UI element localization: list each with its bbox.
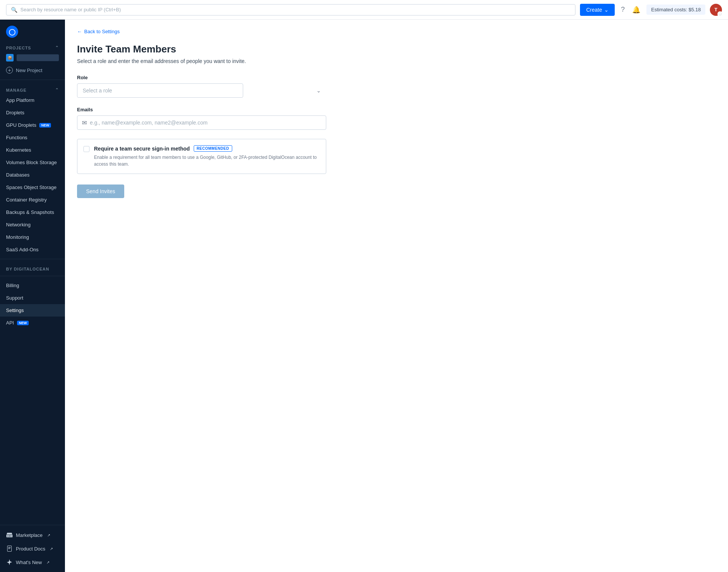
projects-header-label: PROJECTS	[6, 46, 31, 50]
product-docs-label: Product Docs	[16, 546, 45, 552]
sidebar-item-billing[interactable]: Billing	[0, 279, 65, 292]
secure-signin-header: Require a team secure sign-in method REC…	[94, 145, 320, 152]
databases-label: Databases	[6, 172, 29, 178]
by-do-label: By DigitalOcean	[6, 267, 49, 271]
do-logo: ◯	[6, 26, 18, 38]
container-registry-label: Container Registry	[6, 197, 47, 203]
marketplace-ext-icon: ↗	[47, 533, 50, 537]
spaces-label: Spaces Object Storage	[6, 185, 57, 190]
docs-icon	[6, 545, 13, 552]
manage-section-header: MANAGE ⌃	[0, 83, 65, 94]
sidebar-item-functions[interactable]: Functions	[0, 131, 65, 144]
networking-label: Networking	[6, 222, 31, 228]
search-bar[interactable]: 🔍 Search by resource name or public IP (…	[6, 4, 575, 15]
sidebar-item-app-platform[interactable]: App Platform	[0, 94, 65, 106]
sidebar-item-gpu-droplets[interactable]: GPU Droplets NEW	[0, 119, 65, 131]
invite-form: Role Select a role Owner Admin Member Bi…	[77, 75, 326, 198]
chevron-down-icon: ⌄	[316, 88, 321, 94]
settings-label: Settings	[6, 308, 24, 313]
page-title: Invite Team Members	[77, 43, 716, 55]
sidebar-item-container-registry[interactable]: Container Registry	[0, 194, 65, 206]
volumes-label: Volumes Block Storage	[6, 160, 57, 165]
gpu-droplets-badge: NEW	[39, 123, 51, 128]
chevron-down-icon: ⌄	[604, 7, 609, 13]
back-label: Back to Settings	[84, 29, 120, 34]
sidebar-item-settings[interactable]: Settings	[0, 304, 65, 317]
project-item[interactable]: 📦	[0, 52, 65, 64]
send-invites-label: Send Invites	[86, 188, 115, 194]
sidebar-divider-3	[0, 276, 65, 276]
back-arrow-icon: ←	[77, 29, 82, 34]
marketplace-label: Marketplace	[16, 532, 43, 538]
api-label: API	[6, 320, 14, 326]
sidebar-item-droplets[interactable]: Droplets	[0, 106, 65, 119]
search-icon: 🔍	[11, 7, 17, 13]
projects-chevron[interactable]: ⌃	[55, 45, 59, 50]
topbar-right: Create ⌄ ? 🔔 Estimated costs: $5.18 T ▼	[580, 4, 722, 16]
sidebar-item-networking[interactable]: Networking	[0, 218, 65, 231]
sidebar-divider-2	[0, 259, 65, 259]
sidebar-item-spaces[interactable]: Spaces Object Storage	[0, 181, 65, 194]
help-button[interactable]: ?	[619, 4, 626, 15]
sidebar: ◯ PROJECTS ⌃ 📦 + New Project MANAGE ⌃ Ap…	[0, 20, 65, 572]
sidebar-item-kubernetes[interactable]: Kubernetes	[0, 144, 65, 156]
plus-icon: +	[6, 67, 13, 74]
role-label: Role	[77, 75, 326, 80]
page-subtitle: Select a role and enter the email addres…	[77, 58, 716, 64]
role-select[interactable]: Select a role Owner Admin Member Billing	[77, 83, 243, 98]
app-platform-label: App Platform	[6, 97, 34, 103]
whats-new-label: What's New	[16, 560, 42, 565]
secure-signin-content: Require a team secure sign-in method REC…	[94, 145, 320, 168]
estimated-cost: Estimated costs: $5.18	[646, 5, 705, 15]
api-badge: New	[17, 321, 29, 325]
project-icon: 📦	[6, 54, 14, 62]
recommended-badge: RECOMMENDED	[194, 145, 232, 152]
sidebar-item-databases[interactable]: Databases	[0, 169, 65, 181]
new-project-label: New Project	[16, 68, 42, 73]
saas-label: SaaS Add-Ons	[6, 247, 39, 252]
emails-label: Emails	[77, 107, 326, 112]
sidebar-ext-whats-new[interactable]: What's New ↗	[0, 555, 65, 569]
sidebar-item-api[interactable]: API New	[0, 317, 65, 329]
secure-signin-box: Require a team secure sign-in method REC…	[77, 139, 326, 174]
sparkle-icon	[6, 559, 13, 566]
sidebar-item-monitoring[interactable]: Monitoring	[0, 231, 65, 243]
product-docs-ext-icon: ↗	[50, 547, 53, 551]
monitoring-label: Monitoring	[6, 234, 29, 240]
back-to-settings-link[interactable]: ← Back to Settings	[77, 29, 716, 34]
create-label: Create	[586, 7, 602, 13]
sidebar-logo: ◯	[0, 20, 65, 41]
sidebar-divider-1	[0, 80, 65, 80]
whats-new-ext-icon: ↗	[46, 560, 49, 564]
by-do-header: By DigitalOcean	[0, 262, 65, 273]
secure-signin-desc: Enable a requirement for all team member…	[94, 154, 320, 168]
send-invites-button[interactable]: Send Invites	[77, 185, 124, 198]
functions-label: Functions	[6, 135, 27, 140]
droplets-label: Droplets	[6, 110, 24, 115]
billing-label: Billing	[6, 283, 19, 288]
project-name-placeholder	[17, 54, 59, 61]
sidebar-item-support[interactable]: Support	[0, 292, 65, 304]
secure-signin-label: Require a team secure sign-in method	[94, 146, 190, 152]
sidebar-ext-product-docs[interactable]: Product Docs ↗	[0, 542, 65, 555]
notifications-button[interactable]: 🔔	[631, 4, 642, 15]
avatar-badge: ▼	[717, 11, 723, 17]
manage-chevron[interactable]: ⌃	[55, 88, 59, 92]
manage-header-label: MANAGE	[6, 88, 26, 92]
secure-signin-checkbox[interactable]	[83, 146, 89, 152]
new-project-item[interactable]: + New Project	[0, 64, 65, 77]
role-select-wrapper: Select a role Owner Admin Member Billing…	[77, 83, 326, 98]
main-content: ← Back to Settings Invite Team Members S…	[65, 20, 728, 572]
email-input-wrapper: ✉	[77, 115, 326, 130]
store-icon	[6, 532, 13, 538]
sidebar-item-backups[interactable]: Backups & Snapshots	[0, 206, 65, 218]
sidebar-ext-marketplace[interactable]: Marketplace ↗	[0, 528, 65, 542]
sidebar-item-volumes[interactable]: Volumes Block Storage	[0, 156, 65, 169]
sidebar-item-saas[interactable]: SaaS Add-Ons	[0, 243, 65, 256]
email-input[interactable]	[90, 116, 321, 129]
backups-label: Backups & Snapshots	[6, 209, 54, 215]
create-button[interactable]: Create ⌄	[580, 4, 615, 16]
search-placeholder-text: Search by resource name or public IP (Ct…	[20, 7, 121, 12]
email-icon: ✉	[82, 119, 87, 126]
avatar[interactable]: T ▼	[710, 4, 722, 16]
